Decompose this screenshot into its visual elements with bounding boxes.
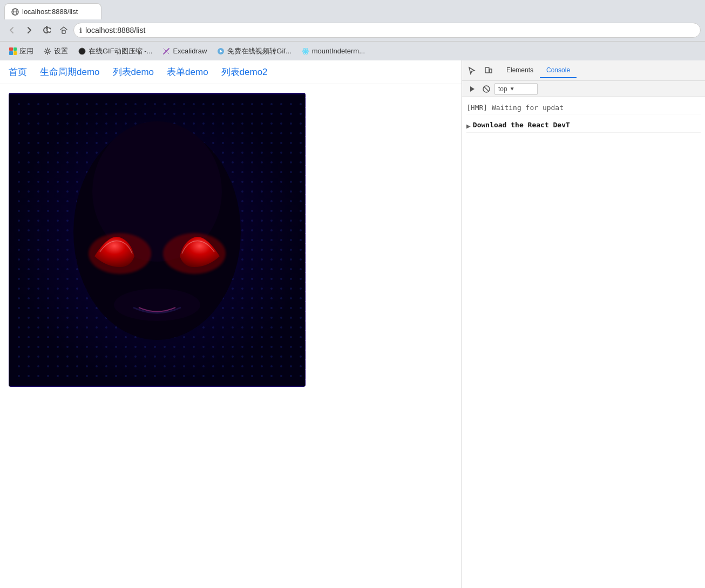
svg-point-840 [154, 365, 156, 367]
svg-point-197 [28, 161, 30, 163]
svg-point-809 [144, 355, 146, 358]
svg-point-530 [57, 268, 59, 270]
svg-point-282 [270, 181, 273, 183]
svg-point-200 [57, 161, 59, 163]
svg-point-376 [18, 220, 20, 222]
svg-point-885 [300, 375, 302, 377]
nav-link-list2[interactable]: 列表demo2 [221, 66, 268, 78]
bookmark-excalidraw[interactable]: Excalidraw [158, 45, 211, 58]
excalidraw-icon [162, 47, 171, 56]
svg-point-11 [304, 50, 307, 52]
svg-point-37 [222, 103, 224, 105]
svg-point-775 [105, 346, 107, 348]
bookmark-video[interactable]: 免费在线视频转Gif... [212, 44, 295, 58]
svg-point-642 [270, 297, 273, 299]
svg-point-497 [28, 258, 30, 261]
svg-point-436 [18, 239, 20, 241]
console-chevron-icon[interactable]: ▶ [466, 122, 471, 130]
svg-point-33 [183, 103, 185, 105]
svg-point-114 [96, 132, 98, 134]
nav-link-home[interactable]: 首页 [9, 66, 27, 78]
svg-point-217 [222, 161, 224, 163]
svg-point-733 [280, 326, 282, 329]
svg-point-35 [202, 103, 205, 105]
svg-point-771 [66, 346, 69, 348]
svg-point-757 [222, 336, 224, 338]
console-content: [HMR] Waiting for updat ▶ Download the R… [462, 97, 705, 588]
svg-point-369 [241, 210, 243, 212]
svg-point-709 [47, 326, 49, 329]
address-bar[interactable]: ℹ localhost:8888/list [73, 23, 701, 38]
svg-point-80 [57, 122, 59, 125]
svg-point-826 [18, 365, 20, 367]
svg-point-755 [202, 336, 205, 338]
devtools-tab-elements[interactable]: Elements [500, 63, 540, 78]
svg-point-224 [290, 161, 292, 163]
svg-point-191 [261, 152, 263, 154]
svg-point-380 [57, 220, 59, 222]
console-filter-dropdown[interactable]: top ▼ [494, 83, 538, 95]
devtools-device-icon[interactable] [480, 63, 496, 78]
svg-point-736 [18, 336, 20, 338]
svg-point-561 [66, 278, 69, 280]
svg-point-401 [261, 220, 263, 222]
nav-link-lifecycle[interactable]: 生命周期demo [40, 66, 100, 78]
svg-point-558 [37, 278, 39, 280]
svg-point-87 [125, 122, 127, 125]
forward-button[interactable] [22, 23, 37, 38]
svg-point-99 [241, 122, 243, 125]
svg-point-440 [57, 239, 59, 241]
svg-rect-891 [485, 67, 489, 73]
browser-tab-active[interactable]: localhost:8888/list [4, 3, 101, 19]
svg-point-435 [300, 229, 302, 231]
svg-point-873 [183, 375, 185, 377]
nav-link-form[interactable]: 表单demo [167, 66, 208, 78]
bookmark-apps[interactable]: 应用 [4, 44, 38, 58]
svg-point-96 [212, 122, 214, 125]
svg-point-312 [270, 190, 273, 193]
svg-point-188 [232, 152, 234, 154]
svg-point-340 [251, 200, 253, 202]
svg-point-286 [18, 190, 20, 193]
svg-point-830 [57, 365, 59, 367]
svg-point-106 [18, 132, 20, 134]
svg-point-525 [300, 258, 302, 261]
home-button[interactable] [56, 23, 71, 38]
svg-point-682 [76, 317, 78, 319]
devtools-play-button[interactable] [466, 83, 478, 95]
svg-point-45 [300, 103, 302, 105]
back-button[interactable] [4, 23, 19, 38]
svg-point-704 [290, 317, 292, 319]
bookmark-settings[interactable]: 设置 [39, 44, 72, 58]
svg-point-498 [37, 258, 39, 261]
svg-point-430 [251, 229, 253, 231]
svg-point-103 [280, 122, 282, 125]
bookmarks-bar: 应用 设置 在线GIF动图压缩 -... Excalidraw 免费在线视频转G… [0, 41, 705, 60]
svg-point-494 [290, 249, 292, 251]
svg-point-199 [47, 161, 49, 163]
svg-point-553 [280, 268, 282, 270]
svg-point-134 [290, 132, 292, 134]
bookmark-gif[interactable]: 在线GIF动图压缩 -... [73, 44, 157, 58]
svg-point-341 [261, 200, 263, 202]
svg-point-432 [270, 229, 273, 231]
svg-point-259 [47, 181, 49, 183]
svg-point-222 [270, 161, 273, 163]
svg-point-805 [105, 355, 107, 358]
reload-button[interactable] [39, 23, 54, 38]
svg-point-399 [241, 220, 243, 222]
console-message-hmr-text: [HMR] Waiting for updat [466, 104, 564, 112]
bookmark-react[interactable]: mountIndeterm... [297, 45, 369, 58]
svg-point-70 [251, 113, 253, 115]
svg-point-262 [76, 181, 78, 183]
svg-point-173 [86, 152, 88, 154]
devtools-cursor-icon[interactable] [464, 63, 479, 78]
nav-link-list[interactable]: 列表demo [113, 66, 154, 78]
devtools-block-button[interactable] [480, 83, 492, 95]
svg-point-828 [37, 365, 39, 367]
svg-point-587 [28, 288, 30, 290]
svg-point-521 [261, 258, 263, 261]
svg-point-554 [290, 268, 292, 270]
svg-point-741 [66, 336, 69, 338]
devtools-tab-console[interactable]: Console [540, 63, 577, 78]
